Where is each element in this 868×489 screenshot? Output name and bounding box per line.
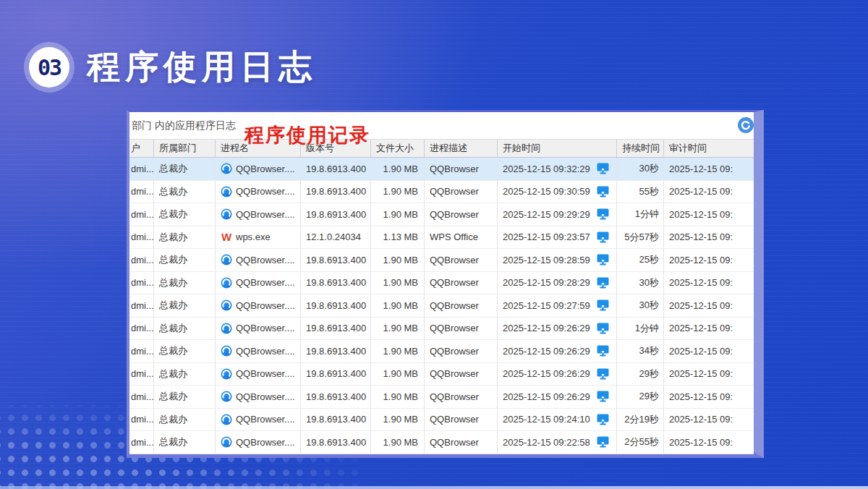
cell-version: 19.8.6913.400 bbox=[301, 318, 371, 340]
table-row[interactable]: dmi... 总裁办 W QQBrowser.... 19.8.6913.400… bbox=[129, 158, 754, 181]
cell-start-time: 2025-12-15 09:24:10 bbox=[498, 409, 617, 431]
table-row[interactable]: dmi... 总裁办 W QQBrowser.... 19.8.6913.400… bbox=[129, 386, 754, 409]
cell-start-time: 2025-12-15 09:27:59 bbox=[498, 294, 617, 317]
cell-audit-time: 2025-12-15 09: bbox=[664, 181, 739, 203]
cell-duration: 30秒 bbox=[617, 158, 664, 180]
process-name-text: QQBrowser.... bbox=[236, 277, 295, 288]
cell-audit-time: 2025-12-15 09: bbox=[664, 272, 739, 294]
table-row[interactable]: dmi... 总裁办 W QQBrowser.... 19.8.6913.400… bbox=[129, 294, 754, 318]
cell-user: dmi... bbox=[129, 158, 154, 180]
process-name-text: QQBrowser.... bbox=[236, 163, 295, 174]
header-start-time[interactable]: 开始时间 bbox=[498, 140, 617, 157]
start-time-text: 2025-12-15 09:29:29 bbox=[503, 209, 590, 220]
table-row[interactable]: dmi... 总裁办 W QQBrowser.... 19.8.6913.400… bbox=[129, 181, 754, 204]
monitor-icon[interactable] bbox=[597, 299, 609, 311]
header-audit-time[interactable]: 审计时间 bbox=[664, 140, 739, 157]
cell-duration: 29秒 bbox=[617, 363, 664, 386]
table-row[interactable]: dmi... 总裁办 W QQBrowser.... 19.8.6913.400… bbox=[129, 340, 754, 363]
cell-process-name: W QQBrowser.... bbox=[216, 431, 301, 454]
cell-process-name: W QQBrowser.... bbox=[216, 272, 301, 294]
cell-user: dmi... bbox=[129, 340, 154, 362]
cell-process-desc: QQBrowser bbox=[425, 409, 498, 431]
header-department[interactable]: 所属部门 bbox=[154, 140, 216, 157]
header-user[interactable]: 户 bbox=[129, 140, 154, 157]
table-row[interactable]: dmi... 总裁办 W QQBrowser.... 19.8.6913.400… bbox=[129, 363, 754, 386]
header-process-desc[interactable]: 进程描述 bbox=[425, 140, 498, 157]
bottom-accent-strip bbox=[0, 486, 868, 489]
cell-duration: 30秒 bbox=[617, 294, 664, 317]
cell-audit-time: 2025-12-15 09: bbox=[664, 294, 739, 317]
qqbrowser-icon bbox=[221, 163, 232, 174]
cell-user: dmi... bbox=[129, 249, 154, 271]
table-row[interactable]: dmi... 总裁办 W QQBrowser.... 19.8.6913.400… bbox=[129, 431, 754, 454]
qqbrowser-icon bbox=[221, 323, 232, 334]
window-title: 部门 内的应用程序日志 bbox=[132, 119, 236, 132]
cell-file-size: 1.90 MB bbox=[371, 249, 425, 271]
qqbrowser-icon bbox=[221, 345, 232, 357]
monitor-icon[interactable] bbox=[597, 345, 609, 357]
monitor-icon[interactable] bbox=[597, 254, 609, 265]
refresh-icon[interactable] bbox=[738, 117, 754, 133]
monitor-icon[interactable] bbox=[597, 186, 609, 197]
cell-file-size: 1.90 MB bbox=[371, 431, 425, 454]
cell-version: 19.8.6913.400 bbox=[301, 409, 371, 431]
monitor-icon[interactable] bbox=[597, 208, 609, 220]
cell-start-time: 2025-12-15 09:22:58 bbox=[498, 431, 617, 454]
start-time-text: 2025-12-15 09:24:10 bbox=[503, 414, 590, 425]
qqbrowser-icon bbox=[221, 208, 232, 220]
red-annotation-label: 程序使用记录 bbox=[244, 122, 370, 148]
cell-start-time: 2025-12-15 09:29:29 bbox=[498, 203, 617, 226]
cell-start-time: 2025-12-15 09:28:59 bbox=[498, 249, 617, 271]
cell-file-size: 1.90 MB bbox=[371, 158, 425, 180]
cell-start-time: 2025-12-15 09:26:29 bbox=[498, 318, 617, 340]
monitor-icon[interactable] bbox=[597, 436, 609, 448]
monitor-icon[interactable] bbox=[597, 368, 609, 380]
cell-file-size: 1.90 MB bbox=[371, 340, 425, 362]
cell-version: 12.1.0.24034 bbox=[301, 226, 371, 249]
cell-version: 19.8.6913.400 bbox=[301, 203, 371, 226]
monitor-icon[interactable] bbox=[597, 231, 609, 243]
header-duration[interactable]: 持续时间 bbox=[617, 140, 664, 157]
cell-duration: 25秒 bbox=[617, 249, 664, 271]
qqbrowser-icon bbox=[221, 277, 232, 289]
table-row[interactable]: dmi... 总裁办 W QQBrowser.... 19.8.6913.400… bbox=[129, 203, 754, 226]
process-name-text: QQBrowser.... bbox=[236, 346, 295, 357]
table-row[interactable]: dmi... 总裁办 W QQBrowser.... 19.8.6913.400… bbox=[129, 409, 754, 432]
monitor-icon[interactable] bbox=[597, 391, 609, 402]
cell-department: 总裁办 bbox=[154, 203, 216, 226]
window-titlebar: 部门 内的应用程序日志 bbox=[129, 112, 754, 140]
page-title: 程序使用日志 bbox=[87, 45, 317, 90]
monitor-icon[interactable] bbox=[597, 277, 609, 289]
table-row[interactable]: dmi... 总裁办 W QQBrowser.... 19.8.6913.400… bbox=[129, 249, 754, 272]
process-name-text: QQBrowser.... bbox=[236, 323, 295, 333]
monitor-icon[interactable] bbox=[597, 414, 609, 425]
process-name-text: QQBrowser.... bbox=[236, 209, 295, 220]
table-row[interactable]: dmi... 总裁办 W QQBrowser.... 19.8.6913.400… bbox=[129, 318, 754, 341]
process-name-text: QQBrowser.... bbox=[236, 437, 295, 448]
cell-user: dmi... bbox=[129, 318, 154, 340]
process-name-text: wps.exe bbox=[236, 231, 271, 242]
process-name-text: QQBrowser.... bbox=[236, 300, 295, 311]
cell-audit-time: 2025-12-15 09: bbox=[664, 431, 739, 454]
cell-department: 总裁办 bbox=[154, 318, 216, 340]
cell-version: 19.8.6913.400 bbox=[301, 363, 371, 386]
cell-duration: 55秒 bbox=[617, 181, 664, 203]
cell-duration: 2分55秒 bbox=[617, 431, 664, 454]
monitor-icon[interactable] bbox=[597, 163, 609, 174]
header-file-size[interactable]: 文件大小 bbox=[371, 140, 425, 157]
cell-duration: 30秒 bbox=[617, 272, 664, 294]
section-number-badge: 03 bbox=[29, 47, 69, 88]
table-row[interactable]: dmi... 总裁办 W QQBrowser.... 19.8.6913.400… bbox=[129, 272, 754, 295]
cell-process-name: W QQBrowser.... bbox=[216, 386, 301, 408]
cell-file-size: 1.90 MB bbox=[371, 409, 425, 431]
cell-process-name: W QQBrowser.... bbox=[216, 318, 301, 340]
qqbrowser-icon bbox=[221, 254, 232, 265]
cell-process-name: W QQBrowser.... bbox=[216, 249, 301, 271]
cell-duration: 29秒 bbox=[617, 386, 664, 408]
cell-process-desc: QQBrowser bbox=[425, 386, 498, 408]
cell-user: dmi... bbox=[129, 431, 154, 454]
cell-process-name: W QQBrowser.... bbox=[216, 294, 301, 317]
table-row[interactable]: dmi... 总裁办 W wps.exe 12.1.0.24034 1.13 M… bbox=[129, 226, 754, 250]
cell-start-time: 2025-12-15 09:32:29 bbox=[498, 158, 617, 180]
monitor-icon[interactable] bbox=[597, 323, 609, 334]
